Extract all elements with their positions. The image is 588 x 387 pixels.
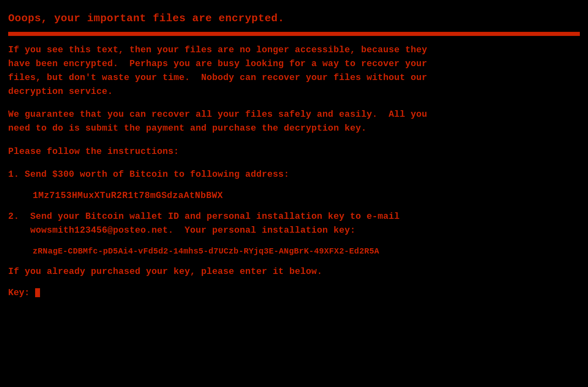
final-line: If you already purchased your key, pleas… (8, 265, 580, 279)
personal-key: zRNagE-CDBMfc-pD5Ai4-vFd5d2-14mhs5-d7UCz… (33, 247, 580, 256)
key-label: Key: (8, 288, 35, 298)
key-input-area[interactable]: Key: (8, 288, 580, 298)
instructions-header: Please follow the instructions: (8, 145, 580, 159)
step1-label: 1. Send $300 worth of Bitcoin to followi… (8, 168, 580, 182)
step2-label: 2. Send your Bitcoin wallet ID and perso… (8, 210, 580, 238)
paragraph2: We guarantee that you can recover all yo… (8, 108, 580, 136)
bitcoin-address: 1Mz7153HMuxXTuR2R1t78mGSdzaAtNbBWX (33, 191, 580, 201)
title: Ooops, your important files are encrypte… (8, 12, 580, 24)
ransomware-screen: Ooops, your important files are encrypte… (0, 0, 588, 387)
paragraph1: If you see this text, then your files ar… (8, 43, 580, 99)
text-cursor (35, 288, 40, 297)
red-divider (8, 32, 580, 36)
